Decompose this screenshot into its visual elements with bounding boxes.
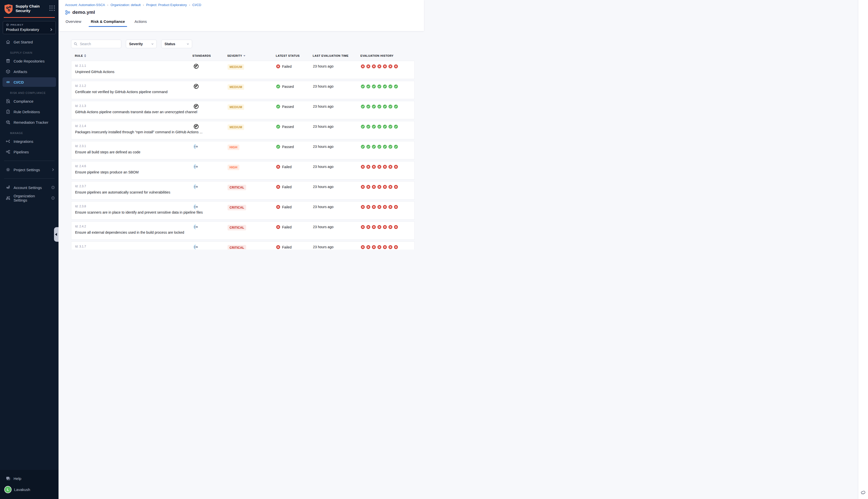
history-passed-icon[interactable] [394, 105, 398, 109]
history-failed-icon[interactable] [388, 205, 393, 209]
history-failed-icon[interactable] [366, 205, 371, 209]
sidebar-item-ci-cd[interactable]: CI/CD [2, 77, 56, 87]
table-row[interactable]: Id: 2.1.1Unpinned GitHub ActionsMEDIUMFa… [71, 61, 415, 79]
history-passed-icon[interactable] [372, 124, 376, 129]
history-passed-icon[interactable] [388, 145, 393, 149]
history-failed-icon[interactable] [388, 185, 393, 189]
history-failed-icon[interactable] [372, 64, 376, 69]
history-passed-icon[interactable] [366, 105, 371, 109]
history-failed-icon[interactable] [394, 245, 398, 249]
history-passed-icon[interactable] [361, 124, 365, 129]
history-failed-icon[interactable] [366, 245, 371, 249]
tab-overview[interactable]: Overview [65, 19, 81, 27]
table-row[interactable]: Id: 2.1.4Packages insecurely installed t… [71, 121, 415, 139]
history-failed-icon[interactable] [388, 225, 393, 229]
history-failed-icon[interactable] [394, 225, 398, 229]
table-row[interactable]: Id: 2.4.6Ensure pipeline steps produce a… [71, 161, 415, 180]
sidebar-item-rule-definitions[interactable]: Rule Definitions [0, 107, 59, 117]
history-passed-icon[interactable] [366, 145, 371, 149]
history-passed-icon[interactable] [372, 105, 376, 109]
sidebar-item-artifacts[interactable]: Artifacts [0, 66, 59, 77]
history-passed-icon[interactable] [377, 84, 382, 89]
breadcrumb-link[interactable]: Organization: default [110, 3, 141, 7]
history-passed-icon[interactable] [361, 84, 365, 89]
history-failed-icon[interactable] [388, 64, 393, 69]
history-failed-icon[interactable] [366, 165, 371, 169]
sidebar-item-remediation-tracker[interactable]: Remediation Tracker [0, 117, 59, 127]
sidebar-collapse-toggle[interactable] [54, 227, 59, 242]
table-row[interactable]: Id: 2.4.2Ensure all external dependencie… [71, 221, 415, 240]
breadcrumb-link[interactable]: Project: Product Exploratory [146, 3, 187, 7]
history-failed-icon[interactable] [377, 165, 382, 169]
history-failed-icon[interactable] [372, 185, 376, 189]
history-failed-icon[interactable] [394, 185, 398, 189]
sidebar-item-compliance[interactable]: Compliance [0, 96, 59, 107]
history-failed-icon[interactable] [372, 225, 376, 229]
project-selector[interactable]: PROJECT Product Exploratory [3, 21, 56, 34]
column-header-severity[interactable]: SEVERITY [224, 54, 273, 57]
history-passed-icon[interactable] [388, 84, 393, 89]
table-row[interactable]: Id: 2.3.1Ensure all build steps are defi… [71, 141, 415, 159]
history-failed-icon[interactable] [383, 64, 387, 69]
history-failed-icon[interactable] [372, 165, 376, 169]
table-row[interactable]: Id: 2.1.3GitHub Actions pipeline command… [71, 101, 415, 119]
history-passed-icon[interactable] [377, 105, 382, 109]
sidebar-item-account-settings[interactable]: Account Settings [0, 182, 59, 193]
history-passed-icon[interactable] [383, 124, 387, 129]
history-failed-icon[interactable] [383, 185, 387, 189]
history-passed-icon[interactable] [394, 145, 398, 149]
history-passed-icon[interactable] [377, 145, 382, 149]
history-failed-icon[interactable] [366, 64, 371, 69]
history-failed-icon[interactable] [383, 225, 387, 229]
tab-actions[interactable]: Actions [134, 19, 147, 27]
table-row[interactable]: Id: 2.3.8Ensure scanners are in place to… [71, 201, 415, 220]
history-passed-icon[interactable] [388, 105, 393, 109]
sidebar-item-get-started[interactable]: Get Started [0, 37, 59, 47]
column-header-rule[interactable]: RULE [71, 54, 191, 57]
history-failed-icon[interactable] [366, 185, 371, 189]
history-failed-icon[interactable] [377, 64, 382, 69]
history-passed-icon[interactable] [366, 84, 371, 89]
history-failed-icon[interactable] [377, 185, 382, 189]
sidebar-item-integrations[interactable]: Integrations [0, 136, 59, 147]
sidebar-item-code-repositories[interactable]: Code Repositories [0, 56, 59, 66]
history-failed-icon[interactable] [372, 245, 376, 249]
history-passed-icon[interactable] [372, 145, 376, 149]
history-failed-icon[interactable] [394, 165, 398, 169]
history-passed-icon[interactable] [383, 145, 387, 149]
history-failed-icon[interactable] [361, 245, 365, 249]
sidebar-item-organization-settings[interactable]: Organization Settings [0, 193, 59, 203]
table-row[interactable]: Id: 3.1.7CISCRITICALFailed23 hours ago [71, 242, 415, 250]
history-passed-icon[interactable] [377, 124, 382, 129]
history-failed-icon[interactable] [383, 245, 387, 249]
search-input[interactable] [71, 40, 121, 48]
app-switcher-icon[interactable] [49, 5, 55, 11]
sidebar-item-project-settings[interactable]: Project Settings [0, 165, 59, 175]
history-failed-icon[interactable] [361, 185, 365, 189]
history-failed-icon[interactable] [372, 205, 376, 209]
history-failed-icon[interactable] [361, 225, 365, 229]
severity-filter-dropdown[interactable]: Severity [126, 40, 157, 48]
history-passed-icon[interactable] [394, 124, 398, 129]
history-passed-icon[interactable] [366, 124, 371, 129]
breadcrumb-link[interactable]: CI/CD [192, 3, 201, 7]
history-failed-icon[interactable] [361, 165, 365, 169]
history-failed-icon[interactable] [388, 245, 393, 249]
history-passed-icon[interactable] [361, 105, 365, 109]
history-failed-icon[interactable] [377, 205, 382, 209]
table-row[interactable]: Id: 2.1.2Certificate not verified by Git… [71, 81, 415, 99]
table-row[interactable]: Id: 2.3.7Ensure pipelines are automatica… [71, 181, 415, 199]
history-failed-icon[interactable] [377, 245, 382, 249]
history-failed-icon[interactable] [361, 205, 365, 209]
history-failed-icon[interactable] [377, 225, 382, 229]
history-passed-icon[interactable] [394, 84, 398, 89]
status-filter-dropdown[interactable]: Status [161, 40, 192, 48]
history-passed-icon[interactable] [361, 145, 365, 149]
sidebar-item-pipelines[interactable]: Pipelines [0, 147, 59, 157]
history-failed-icon[interactable] [394, 64, 398, 69]
history-failed-icon[interactable] [383, 205, 387, 209]
history-passed-icon[interactable] [383, 84, 387, 89]
history-passed-icon[interactable] [372, 84, 376, 89]
tab-risk-compliance[interactable]: Risk & Compliance [91, 19, 125, 27]
history-passed-icon[interactable] [388, 124, 393, 129]
